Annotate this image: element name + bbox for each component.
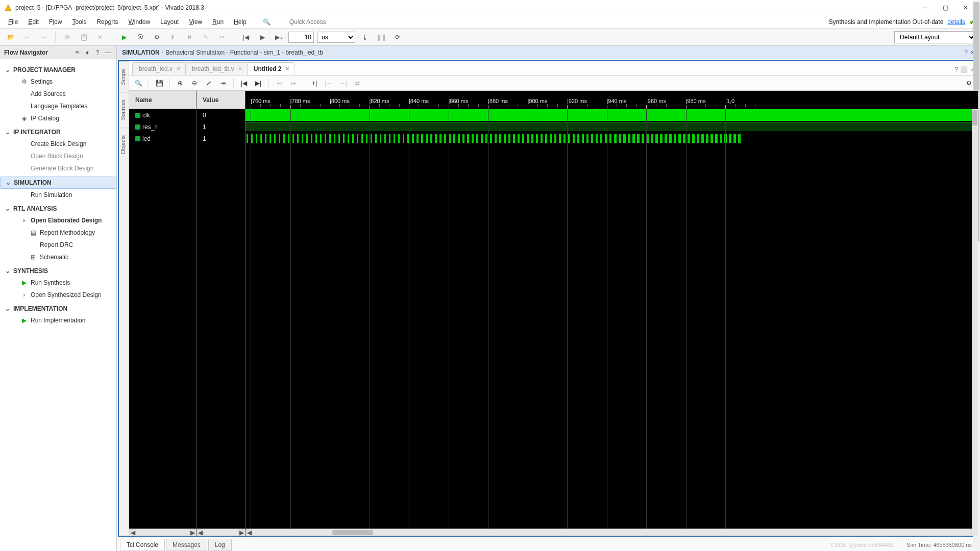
open-icon[interactable]: 📂 — [4, 31, 17, 44]
quick-access-input[interactable] — [288, 17, 390, 27]
filetab-untitled-2[interactable]: Untitled 2× — [247, 62, 295, 75]
waveform-canvas[interactable] — [246, 109, 978, 529]
help-icon[interactable]: ? — [93, 48, 102, 57]
vtab-objects[interactable]: Objects — [119, 128, 129, 161]
fn-section-ip-integrator[interactable]: ⌄IP INTEGRATOR — [0, 127, 116, 138]
tab-maximize-icon[interactable]: ⬜ — [960, 66, 968, 73]
scroll-left-icon[interactable]: ◀ — [246, 529, 253, 536]
save-icon[interactable]: 💾 — [153, 77, 165, 89]
fn-item-open-elaborated-design[interactable]: ›Open Elaborated Design — [0, 214, 116, 227]
step-icon[interactable]: ⭳ — [358, 31, 372, 44]
details-link[interactable]: details — [947, 18, 965, 26]
go-start-icon[interactable]: |◀ — [238, 77, 250, 89]
paste-icon[interactable]: 📋 — [77, 31, 90, 44]
fn-item-language-templates[interactable]: Language Templates — [0, 100, 116, 112]
layout-select[interactable]: Default Layout — [894, 31, 976, 43]
fn-item-settings[interactable]: ⚙Settings — [0, 76, 116, 88]
menu-flow[interactable]: Flow — [45, 17, 66, 27]
column-value-header[interactable]: Value — [197, 91, 245, 109]
menu-layout[interactable]: Layout — [156, 17, 183, 27]
filetab-breath-led-tb-v[interactable]: breath_led_tb.v× — [185, 62, 248, 75]
menu-file[interactable]: File — [4, 17, 22, 27]
back-icon[interactable]: ← — [20, 31, 34, 44]
search-icon[interactable]: 🔍 — [132, 77, 144, 89]
time-unit-select[interactable]: us — [317, 32, 355, 43]
restart-icon[interactable]: |◀ — [239, 31, 253, 44]
bottom-tab-log[interactable]: Log — [208, 539, 232, 551]
waveform-hscrollbar[interactable]: ◀ ▶ — [246, 529, 978, 536]
menu-run[interactable]: Run — [208, 17, 228, 27]
play-icon[interactable]: ▶ — [256, 31, 269, 44]
expand-icon[interactable]: ♦ — [83, 48, 92, 57]
close-icon[interactable]: × — [177, 65, 180, 72]
signal-name-clk[interactable]: clk — [129, 109, 196, 121]
cut-icon[interactable]: ✂ — [215, 31, 229, 44]
fn-section-project-manager[interactable]: ⌄PROJECT MANAGER — [0, 64, 116, 76]
menu-help[interactable]: Help — [230, 17, 251, 27]
breakpoint-icon[interactable]: ⦿ — [134, 31, 147, 44]
minimize-button[interactable]: ─ — [915, 1, 935, 15]
copy-icon[interactable]: ⧉ — [61, 31, 74, 44]
zoom-fit-icon[interactable]: ⤢ — [203, 77, 215, 89]
time-input[interactable] — [288, 32, 314, 43]
vtab-scope[interactable]: Scope — [119, 61, 129, 92]
signal-name-res_n[interactable]: res_n — [129, 121, 196, 133]
fn-section-simulation[interactable]: ⌄SIMULATION — [0, 177, 116, 189]
maximize-button[interactable]: ▢ — [935, 1, 955, 15]
menu-edit[interactable]: Edit — [24, 17, 43, 27]
menu-window[interactable]: Window — [124, 17, 154, 27]
fn-item-open-synthesized-design[interactable]: ›Open Synthesized Design — [0, 289, 116, 301]
fn-section-implementation[interactable]: ⌄IMPLEMENTATION — [0, 303, 116, 314]
signal-name-led[interactable]: led — [129, 133, 196, 144]
fn-item-run-implementation[interactable]: ▶Run Implementation — [0, 314, 116, 327]
vtab-sources[interactable]: Sources — [119, 92, 129, 127]
swap-marker-icon[interactable]: ⇄ — [351, 77, 363, 89]
fn-item-add-sources[interactable]: Add Sources — [0, 88, 116, 100]
scroll-thumb[interactable] — [332, 530, 373, 535]
collapse-icon[interactable]: ≡ — [72, 48, 82, 57]
next-edge-icon[interactable]: ↦ — [287, 77, 300, 89]
zoom-out-icon[interactable]: ⊖ — [188, 77, 201, 89]
bottom-tab-tcl-console[interactable]: Tcl Console — [120, 539, 165, 551]
fn-item-report-drc[interactable]: Report DRC — [0, 239, 116, 251]
time-ruler[interactable]: |760 ms|780 ms|800 ms|820 ms|840 ms|860 … — [246, 91, 978, 109]
menu-tools[interactable]: Tools — [68, 17, 90, 27]
menu-view[interactable]: View — [185, 17, 206, 27]
fn-item-create-block-design[interactable]: Create Block Design — [0, 138, 116, 150]
go-end-icon[interactable]: ▶| — [252, 77, 264, 89]
menu-reports[interactable]: Reports — [92, 17, 122, 27]
edit-icon[interactable]: ✎ — [199, 31, 212, 44]
close-icon[interactable]: × — [238, 65, 242, 72]
fn-section-synthesis[interactable]: ⌄SYNTHESIS — [0, 265, 116, 277]
bottom-tab-messages[interactable]: Messages — [166, 539, 207, 551]
prev-marker-icon[interactable]: |← — [323, 77, 335, 89]
tab-help-icon[interactable]: ? — [954, 66, 958, 73]
run-icon[interactable]: ▶ — [117, 31, 131, 44]
sigma-icon[interactable]: Σ — [166, 31, 180, 44]
filetab-breath-led-v[interactable]: breath_led.v× — [132, 62, 186, 75]
pause-icon[interactable]: ❚❚ — [375, 31, 388, 44]
name-scrollbar[interactable]: ◀▶ — [129, 529, 196, 536]
value-scrollbar[interactable]: ◀▶ — [197, 529, 245, 536]
next-marker-icon[interactable]: →| — [337, 77, 349, 89]
delete-icon[interactable]: ✕ — [93, 31, 107, 44]
close-icon[interactable]: × — [285, 65, 289, 72]
zoom-cursor-icon[interactable]: ⇥ — [217, 77, 229, 89]
forward-icon[interactable]: → — [37, 31, 50, 44]
fn-item-ip-catalog[interactable]: ◈IP Catalog — [0, 112, 116, 124]
prev-edge-icon[interactable]: ↤ — [273, 77, 285, 89]
settings-icon[interactable]: ⚙ — [150, 31, 163, 44]
cancel-icon[interactable]: ✖ — [183, 31, 196, 44]
reload-icon[interactable]: ⟳ — [391, 31, 404, 44]
run-for-icon[interactable]: ▶₊ — [272, 31, 285, 44]
add-marker-icon[interactable]: +| — [308, 77, 321, 89]
fn-item-run-synthesis[interactable]: ▶Run Synthesis — [0, 277, 116, 289]
fn-section-rtl-analysis[interactable]: ⌄RTL ANALYSIS — [0, 203, 116, 214]
fn-item-run-simulation[interactable]: Run Simulation — [0, 189, 116, 201]
panel-help-icon[interactable]: ? — [964, 49, 968, 56]
fn-item-report-methodology[interactable]: ▤Report Methodology — [0, 227, 116, 239]
column-name-header[interactable]: Name — [129, 91, 196, 109]
waveform-vscrollbar[interactable] — [972, 109, 978, 536]
minimize-panel-icon[interactable]: — — [103, 48, 112, 57]
fn-item-schematic[interactable]: ⊞Schematic — [0, 251, 116, 263]
